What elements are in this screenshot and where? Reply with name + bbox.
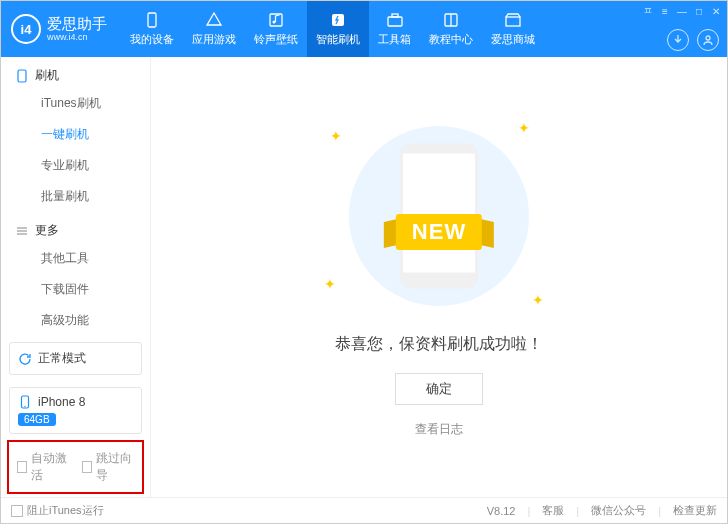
app-header: i4 爱思助手 www.i4.cn 我的设备应用游戏铃声壁纸智能刷机工具箱教程中… [1,1,727,57]
close-button[interactable]: ✕ [709,4,723,18]
ok-button[interactable]: 确定 [395,373,483,405]
success-illustration: ✦✦✦✦ NEW [324,116,554,316]
brand-name: 爱思助手 [47,16,107,32]
device-name: iPhone 8 [38,395,85,409]
minimize-button[interactable]: — [675,4,689,18]
device-mode-box[interactable]: 正常模式 [9,342,142,375]
block-itunes-checkbox[interactable]: 阻止iTunes运行 [11,503,104,518]
device-box[interactable]: iPhone 8 64GB [9,387,142,434]
statusbar: 阻止iTunes运行 V8.12 | 客服 | 微信公众号 | 检查更新 [1,497,727,523]
support-link[interactable]: 客服 [542,503,564,518]
nav-music[interactable]: 铃声壁纸 [245,1,307,57]
sidebar: 刷机 iTunes刷机一键刷机专业刷机批量刷机 更多 其他工具下载固件高级功能 … [1,57,151,497]
cart-icon[interactable]: ㅍ [641,4,655,18]
brand-logo: i4 爱思助手 www.i4.cn [11,14,107,44]
nav-flash[interactable]: 智能刷机 [307,1,369,57]
nav-toolbox[interactable]: 工具箱 [369,1,420,57]
phone-icon [18,395,32,409]
sidebar-section-more: 更多 [1,212,150,243]
sidebar-item[interactable]: 专业刷机 [1,150,150,181]
options-box: 自动激活 跳过向导 [7,440,144,494]
nav-shop[interactable]: 爱思商城 [482,1,544,57]
top-nav: 我的设备应用游戏铃声壁纸智能刷机工具箱教程中心爱思商城 [121,1,544,57]
view-log-link[interactable]: 查看日志 [415,421,463,438]
apps-icon [205,11,223,29]
list-icon [15,224,29,238]
version-label: V8.12 [487,505,516,517]
main-content: ✦✦✦✦ NEW 恭喜您，保资料刷机成功啦！ 确定 查看日志 [151,57,727,497]
brand-url: www.i4.cn [47,32,107,42]
svg-rect-5 [392,14,398,17]
sidebar-item[interactable]: 批量刷机 [1,181,150,212]
device-storage-badge: 64GB [18,413,56,426]
toolbox-icon [386,11,404,29]
shop-icon [504,11,522,29]
update-link[interactable]: 检查更新 [673,503,717,518]
auto-activate-checkbox[interactable]: 自动激活 [17,450,70,484]
book-icon [442,11,460,29]
svg-point-11 [24,406,25,407]
refresh-icon [18,352,32,366]
ribbon-label: NEW [396,214,482,250]
nav-apps[interactable]: 应用游戏 [183,1,245,57]
phone-icon [15,69,29,83]
logo-badge: i4 [11,14,41,44]
nav-phone[interactable]: 我的设备 [121,1,183,57]
window-controls: ㅍ ≡ — □ ✕ [641,4,723,18]
sidebar-item[interactable]: 一键刷机 [1,119,150,150]
flash-icon [329,11,347,29]
user-icon[interactable] [697,29,719,51]
svg-rect-0 [148,13,156,27]
menu-icon[interactable]: ≡ [658,4,672,18]
sidebar-item[interactable]: 其他工具 [1,243,150,274]
skip-wizard-checkbox[interactable]: 跳过向导 [82,450,135,484]
wechat-link[interactable]: 微信公众号 [591,503,646,518]
sidebar-item[interactable]: 高级功能 [1,305,150,336]
sidebar-item[interactable]: 下载固件 [1,274,150,305]
download-icon[interactable] [667,29,689,51]
svg-rect-7 [506,17,520,26]
svg-point-8 [706,36,710,40]
svg-rect-4 [388,17,402,26]
maximize-button[interactable]: □ [692,4,706,18]
success-message: 恭喜您，保资料刷机成功啦！ [335,334,543,355]
sidebar-item[interactable]: iTunes刷机 [1,88,150,119]
music-icon [267,11,285,29]
nav-book[interactable]: 教程中心 [420,1,482,57]
phone-icon [143,11,161,29]
svg-rect-9 [18,70,26,82]
sidebar-section-flash: 刷机 [1,57,150,88]
